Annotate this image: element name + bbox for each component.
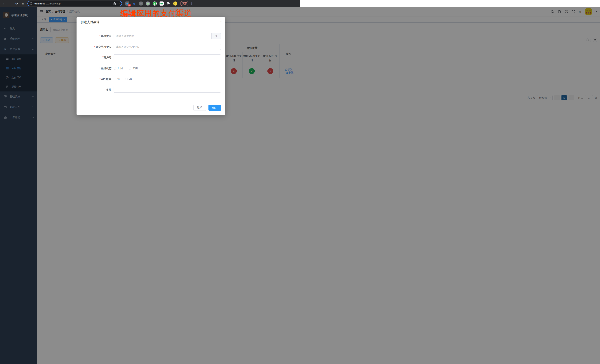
form-row-appid: *公众号APPID xyxy=(76,44,225,50)
radio-api-v3[interactable]: v3 xyxy=(125,78,132,81)
browser-update-button[interactable]: 更新 xyxy=(180,1,189,6)
radio-status-open[interactable]: 开启 xyxy=(113,67,123,70)
remark-input[interactable] xyxy=(113,87,221,92)
close-icon[interactable]: × xyxy=(220,20,222,23)
radio-status-closed[interactable]: 关闭 xyxy=(129,67,138,70)
back-icon[interactable]: ← xyxy=(2,2,6,5)
home-icon[interactable]: ⌂ xyxy=(21,2,25,5)
field-label-api-version: API 版本 xyxy=(101,78,111,81)
ext-icon-yudao[interactable]: y xyxy=(153,1,157,6)
browser-chrome: ← → ⟳ ⌂ i localhost:1024/pay/app ☆ ◆ 10 … xyxy=(0,0,300,7)
radio-circle-icon xyxy=(113,78,116,80)
form-row-merchant: *商户号 xyxy=(76,55,225,60)
form-row-rate: *渠道费率 % xyxy=(76,33,225,39)
channel-rate-input[interactable] xyxy=(113,33,212,39)
dialog-title: 创建支付渠道 xyxy=(81,20,100,24)
merchant-id-input[interactable] xyxy=(113,55,221,60)
reload-icon[interactable]: ⟳ xyxy=(15,2,19,5)
field-label-remark: 备注 xyxy=(106,88,111,91)
radio-circle-icon xyxy=(125,78,128,80)
url-bar[interactable]: i localhost:1024/pay/app ☆ xyxy=(28,1,122,6)
radio-api-v2[interactable]: v2 xyxy=(113,78,120,81)
field-label-appid: 公众号APPID xyxy=(96,45,111,48)
ext-icon-dot[interactable] xyxy=(146,1,150,6)
ext-icon-kite[interactable]: ◈ xyxy=(132,1,136,6)
extensions-puzzle-icon[interactable] xyxy=(166,1,170,6)
percent-suffix: % xyxy=(212,33,221,39)
share-icon[interactable] xyxy=(113,2,116,5)
ext-icon-chat[interactable] xyxy=(159,1,164,6)
confirm-button[interactable]: 确定 xyxy=(208,105,221,111)
cancel-button[interactable]: 取消 xyxy=(193,105,206,111)
radio-circle-icon xyxy=(129,67,131,70)
site-info-icon[interactable]: i xyxy=(30,2,32,5)
annotation-text: 编辑应用的支付渠道 xyxy=(121,8,192,18)
form-row-status: *渠道状态 开启 关闭 xyxy=(76,65,225,71)
field-label-rate: 渠道费率 xyxy=(101,35,111,37)
browser-menu-icon[interactable]: ⋮ xyxy=(190,2,193,5)
radio-circle-icon xyxy=(113,67,116,70)
bookmark-star-icon[interactable]: ☆ xyxy=(117,2,120,5)
field-label-status: 渠道状态 xyxy=(101,67,111,70)
field-label-merchant: 商户号 xyxy=(103,56,111,59)
create-pay-channel-dialog: 创建支付渠道 × *渠道费率 % *公众号APPID *商户号 *渠道状态 开启… xyxy=(76,18,225,115)
url-text: localhost:1024/pay/app xyxy=(34,2,112,5)
official-account-appid-input[interactable] xyxy=(113,44,221,50)
form-row-remark: 备注 xyxy=(76,87,225,92)
ext-icon-diamond[interactable]: ◆ 10 xyxy=(125,1,129,6)
ext-badge: 10 xyxy=(128,4,131,7)
forward-icon[interactable]: → xyxy=(9,2,12,5)
profile-avatar[interactable] xyxy=(173,1,177,6)
form-row-api-version: *API 版本 v2 v3 xyxy=(76,76,225,82)
ext-icon-command[interactable]: ⌘ xyxy=(139,1,143,6)
